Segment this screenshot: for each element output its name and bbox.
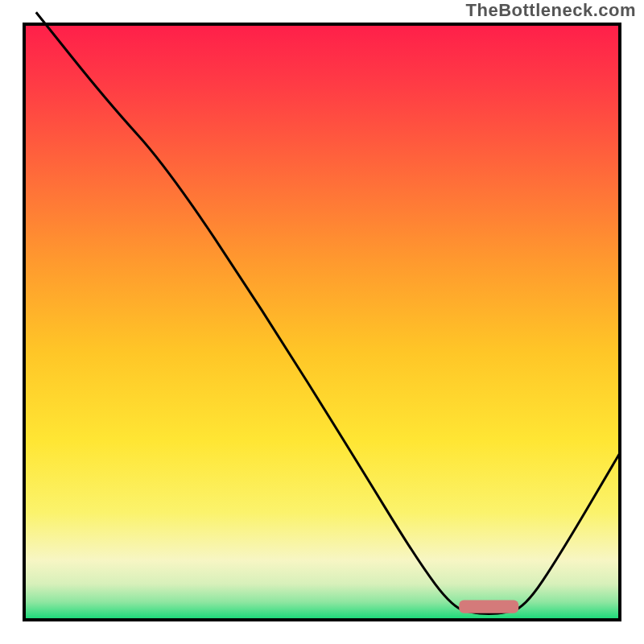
chart-container: TheBottleneck.com: [0, 0, 644, 644]
plot-background: [24, 24, 620, 620]
bottleneck-chart: [0, 0, 644, 644]
attribution-text: TheBottleneck.com: [466, 0, 636, 21]
optimal-marker: [459, 601, 518, 613]
